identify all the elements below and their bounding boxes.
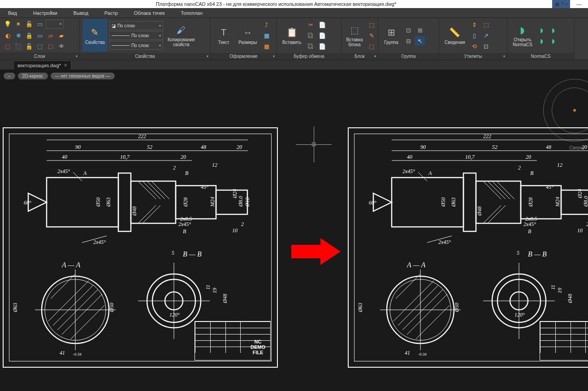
- menu-raster[interactable]: Растр: [96, 8, 126, 17]
- linetype-combo[interactable]: По слою▾: [109, 41, 163, 50]
- layer-tool-5[interactable]: ▱: [46, 31, 56, 41]
- svg-text:B: B: [530, 170, 534, 176]
- minimize-button[interactable]: —: [570, 0, 588, 8]
- svg-text:10,7: 10,7: [120, 154, 130, 160]
- block-tool-1[interactable]: ⬚: [367, 20, 376, 30]
- svg-text:Ø50: Ø50: [108, 303, 115, 313]
- util-tool-5[interactable]: ↗: [481, 30, 491, 40]
- group-button[interactable]: ⊞Группа: [381, 19, 402, 52]
- menu-topoplan[interactable]: Топоплан: [173, 8, 211, 17]
- lineweight-combo[interactable]: По слою▾: [109, 31, 163, 40]
- layer-tool-2[interactable]: ❄: [13, 31, 23, 41]
- util-tool-4[interactable]: ⬚: [481, 20, 491, 30]
- color-combo[interactable]: ◪По слою▾: [109, 21, 163, 30]
- layer-tool-4[interactable]: ▭: [35, 31, 45, 41]
- svg-text:20: 20: [237, 144, 242, 150]
- norma-tool-1[interactable]: ◗: [537, 25, 547, 35]
- expand-icon[interactable]: ▾: [76, 54, 78, 58]
- util-tool-1[interactable]: ⇕: [470, 20, 480, 30]
- layer-tool-10[interactable]: ⬚: [35, 42, 45, 52]
- svg-text:Ø8.0: Ø8.0: [583, 196, 588, 207]
- util-tool-3[interactable]: ⟲: [470, 41, 480, 51]
- pill-minus[interactable]: –: [4, 73, 15, 79]
- layer-color-icon[interactable]: ▭: [35, 19, 45, 29]
- paste-special-1[interactable]: 📄: [317, 20, 327, 30]
- block-tool-3[interactable]: ⬚: [367, 41, 376, 51]
- info-button[interactable]: 📏Сведения: [442, 19, 468, 52]
- normacs-open-button[interactable]: ◗ОткрытьNormaCS: [510, 19, 535, 52]
- text-button[interactable]: TТекст: [213, 19, 234, 52]
- svg-text:41: 41: [60, 350, 65, 356]
- svg-text:90: 90: [420, 144, 426, 150]
- svg-text:2x45°: 2x45°: [402, 168, 415, 174]
- svg-text:B — B: B — B: [528, 250, 547, 258]
- util-tool-2[interactable]: ▯: [470, 30, 480, 40]
- svg-text:Ø48: Ø48: [476, 206, 483, 216]
- layer-tool-6[interactable]: ▰: [56, 31, 66, 41]
- paste-button[interactable]: 📋Вставить: [280, 19, 304, 52]
- pill-views[interactable]: — нет связанных видов —: [51, 73, 115, 79]
- norma-tool-4[interactable]: ◗: [549, 36, 558, 46]
- group-tool-3[interactable]: ⊞: [415, 25, 425, 35]
- sun-icon[interactable]: ☀: [13, 19, 23, 29]
- svg-text:120°: 120°: [169, 312, 180, 318]
- util-tool-6[interactable]: ⊡: [481, 41, 491, 51]
- block-insert-button[interactable]: ⬚Вставкаблока: [344, 19, 365, 52]
- layer-tool-11[interactable]: ⬚: [46, 42, 56, 52]
- close-tab-icon[interactable]: ✕: [64, 63, 67, 68]
- svg-line-23: [138, 205, 156, 223]
- panel-utilities: 📏Сведения ⇕ ▯ ⟲ ⬚ ↗ ⊡ Утилиты▾: [439, 18, 507, 60]
- svg-text:Ø8.0: Ø8.0: [238, 196, 244, 207]
- svg-text:45°: 45°: [201, 184, 208, 190]
- layer-tool-9[interactable]: 🔓: [24, 42, 34, 52]
- svg-text:A: A: [83, 170, 87, 176]
- svg-line-48: [48, 281, 89, 321]
- annot-tool-2[interactable]: ▦: [262, 30, 272, 40]
- svg-text:222: 222: [138, 133, 146, 139]
- layer-tool-7[interactable]: ⬚: [3, 42, 13, 52]
- norma-tool-2[interactable]: ◗: [537, 36, 547, 46]
- svg-text:M24: M24: [554, 197, 561, 207]
- svg-line-117: [393, 281, 434, 321]
- viewport[interactable]: – 2D-каркас — нет связанных видов — Свер…: [0, 70, 588, 391]
- menu-settings[interactable]: Настройки: [25, 8, 65, 17]
- dimension-button[interactable]: ↔Размеры: [236, 19, 260, 52]
- copy-button[interactable]: ⿻: [306, 30, 316, 40]
- layer-tool-8[interactable]: ⬛: [13, 42, 23, 52]
- help-button[interactable]: ▦ ? ▾: [552, 0, 570, 8]
- matchprops-button[interactable]: 🖌 Копированиесвойств: [165, 19, 198, 52]
- menu-output[interactable]: Вывод: [65, 8, 96, 17]
- paste-special-3[interactable]: 📄: [317, 41, 327, 51]
- svg-text:52: 52: [147, 144, 152, 150]
- layer-combo[interactable]: ▾: [46, 20, 64, 29]
- svg-text:-0.34: -0.34: [418, 352, 427, 356]
- svg-text:60°: 60°: [24, 200, 31, 206]
- menu-pointclouds[interactable]: Облака точек: [126, 8, 173, 17]
- annot-tool-3[interactable]: ▦: [262, 41, 272, 51]
- pill-visualstyle[interactable]: 2D-каркас: [18, 73, 48, 79]
- svg-text:2: 2: [173, 165, 176, 171]
- document-tabs: векторизация.dwg* ✕: [0, 60, 588, 70]
- svg-line-91: [497, 181, 514, 199]
- group-tool-1[interactable]: ⊡: [403, 25, 413, 35]
- annot-tool-1[interactable]: ⤴: [262, 20, 272, 30]
- svg-line-93: [488, 205, 506, 223]
- svg-line-115: [398, 285, 438, 326]
- norma-tool-3[interactable]: ◗: [549, 25, 558, 35]
- window-title: Платформа nanoCAD x64 23 - не для коммер…: [0, 1, 552, 7]
- tab-document[interactable]: векторизация.dwg* ✕: [13, 61, 71, 70]
- layer-tool-1[interactable]: ◐: [3, 31, 13, 41]
- properties-button[interactable]: ✎ Свойства: [82, 19, 108, 52]
- bulb-icon[interactable]: 💡: [3, 19, 13, 29]
- group-tool-4[interactable]: ↖: [415, 36, 425, 46]
- layer-tool-3[interactable]: 🔒: [24, 31, 34, 41]
- cut-button[interactable]: ✂: [306, 20, 316, 30]
- paste-special-2[interactable]: 📄: [317, 30, 327, 40]
- block-tool-2[interactable]: ✎: [367, 30, 376, 40]
- menu-view[interactable]: Вид: [0, 8, 25, 17]
- lock-icon[interactable]: 🔓: [24, 19, 34, 29]
- layer-tool-12[interactable]: 👁: [56, 42, 66, 52]
- group-tool-2[interactable]: ⊟: [403, 36, 413, 46]
- copy-base-button[interactable]: ⿻: [306, 41, 316, 51]
- svg-text:A — A: A — A: [406, 261, 425, 269]
